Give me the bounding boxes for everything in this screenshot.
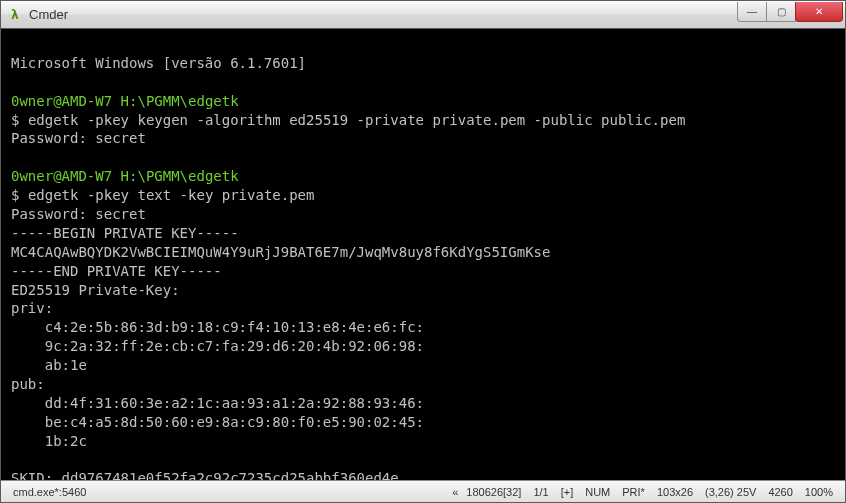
status-position: 180626[32] bbox=[460, 486, 527, 498]
app-icon: λ bbox=[7, 7, 23, 23]
user-host: 0wner@AMD-W7 bbox=[11, 168, 112, 184]
terminal-output[interactable]: Microsoft Windows [versão 6.1.7601] 0wne… bbox=[1, 29, 845, 480]
output-line: c4:2e:5b:86:3d:b9:18:c9:f4:10:13:e8:4e:e… bbox=[11, 319, 424, 335]
status-numlock: NUM bbox=[579, 486, 616, 498]
minimize-button[interactable]: — bbox=[737, 2, 767, 22]
user-host: 0wner@AMD-W7 bbox=[11, 93, 112, 109]
cwd-path: H:\PGMM\edgetk bbox=[121, 93, 239, 109]
output-line: ED25519 Private-Key: bbox=[11, 282, 180, 298]
app-window: λ Cmder — ▢ ✕ Microsoft Windows [versão … bbox=[0, 0, 846, 503]
status-bar: cmd.exe*:5460 « 180626[32] 1/1 [+] NUM P… bbox=[1, 480, 845, 502]
output-line: pub: bbox=[11, 376, 45, 392]
window-controls: — ▢ ✕ bbox=[738, 2, 843, 22]
prompt-symbol: $ bbox=[11, 112, 19, 128]
output-line: 1b:2c bbox=[11, 433, 87, 449]
output-line: MC4CAQAwBQYDK2VwBCIEIMQuW4Y9uRjJ9BAT6E7m… bbox=[11, 244, 550, 260]
search-icon[interactable]: « bbox=[446, 486, 460, 498]
status-lines: 1/1 bbox=[527, 486, 554, 498]
command-line: $ edgetk -pkey text -key private.pem bbox=[11, 187, 314, 203]
output-line: 9c:2a:32:ff:2e:cb:c7:fa:29:d6:20:4b:92:0… bbox=[11, 338, 424, 354]
output-line: dd:4f:31:60:3e:a2:1c:aa:93:a1:2a:92:88:9… bbox=[11, 395, 424, 411]
output-line: priv: bbox=[11, 300, 53, 316]
titlebar[interactable]: λ Cmder — ▢ ✕ bbox=[1, 1, 845, 29]
window-title: Cmder bbox=[29, 7, 738, 22]
output-line: Password: secret bbox=[11, 206, 146, 222]
output-line: Microsoft Windows [versão 6.1.7601] bbox=[11, 55, 306, 71]
prompt-line: 0wner@AMD-W7 H:\PGMM\edgetk bbox=[11, 168, 239, 184]
status-percent: 100% bbox=[799, 486, 839, 498]
status-size: 103x26 bbox=[651, 486, 699, 498]
status-plus[interactable]: [+] bbox=[555, 486, 580, 498]
command-line: $ edgetk -pkey keygen -algorithm ed25519… bbox=[11, 112, 685, 128]
maximize-button[interactable]: ▢ bbox=[766, 2, 796, 22]
status-mem: 4260 bbox=[762, 486, 798, 498]
output-line: Password: secret bbox=[11, 130, 146, 146]
output-line: -----BEGIN PRIVATE KEY----- bbox=[11, 225, 239, 241]
command-text: edgetk -pkey keygen -algorithm ed25519 -… bbox=[28, 112, 685, 128]
output-line: be:c4:a5:8d:50:60:e9:8a:c9:80:f0:e5:90:0… bbox=[11, 414, 424, 430]
status-cursor: (3,26) 25V bbox=[699, 486, 762, 498]
command-text: edgetk -pkey text -key private.pem bbox=[28, 187, 315, 203]
output-line: SKID: dd9767481e0f52fa2c92c7235cd25abbf3… bbox=[11, 470, 399, 480]
output-line: -----END PRIVATE KEY----- bbox=[11, 263, 222, 279]
close-button[interactable]: ✕ bbox=[795, 2, 843, 22]
prompt-line: 0wner@AMD-W7 H:\PGMM\edgetk bbox=[11, 93, 239, 109]
status-process[interactable]: cmd.exe*:5460 bbox=[7, 486, 92, 498]
output-line: ab:1e bbox=[11, 357, 87, 373]
status-priority: PRI* bbox=[616, 486, 651, 498]
prompt-symbol: $ bbox=[11, 187, 19, 203]
cwd-path: H:\PGMM\edgetk bbox=[121, 168, 239, 184]
